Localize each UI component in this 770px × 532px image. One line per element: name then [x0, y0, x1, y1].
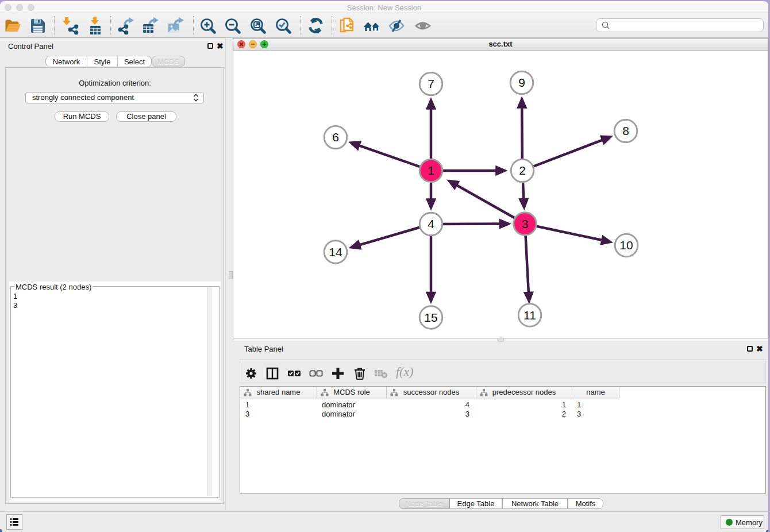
svg-text:6: 6: [332, 130, 339, 144]
svg-text:1: 1: [428, 164, 434, 177]
svg-text:4: 4: [428, 217, 434, 230]
svg-text:3: 3: [522, 217, 529, 230]
svg-text:11: 11: [523, 309, 536, 322]
svg-text:8: 8: [622, 124, 629, 137]
svg-text:2: 2: [519, 164, 526, 177]
svg-text:7: 7: [428, 77, 434, 90]
svg-text:15: 15: [424, 311, 437, 324]
svg-text:14: 14: [329, 245, 342, 259]
svg-text:10: 10: [619, 238, 633, 252]
svg-text:9: 9: [518, 76, 525, 89]
